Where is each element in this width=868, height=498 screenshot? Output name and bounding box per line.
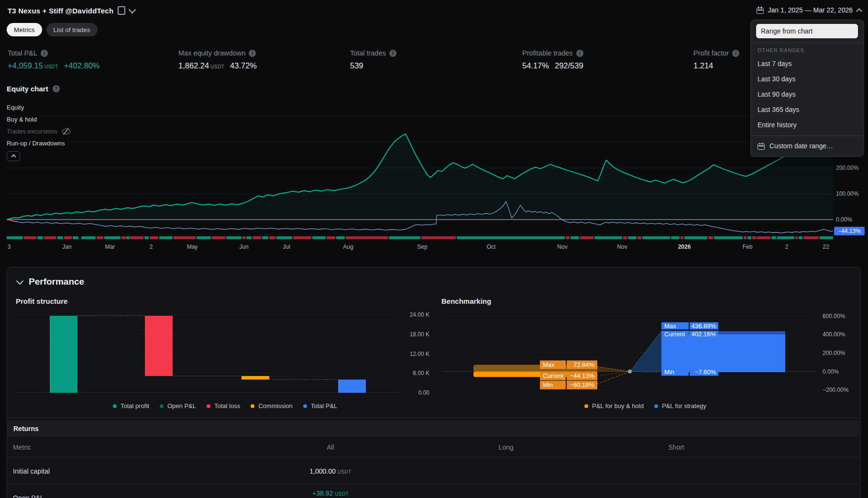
- equity-x-tick: Nov: [557, 243, 567, 250]
- trade-strip-segment: [777, 236, 794, 239]
- trade-strip-segment: [73, 236, 78, 239]
- column-header-long: Long: [498, 443, 513, 451]
- dropdown-item-last-7-days[interactable]: Last 7 days: [751, 56, 864, 71]
- metric-unit: USDT: [44, 64, 58, 69]
- equity-area: [7, 115, 833, 220]
- trade-strip-segment: [803, 236, 819, 239]
- trade-strip-segment: [327, 236, 335, 239]
- trade-strip-segment: [628, 236, 637, 239]
- equity-x-tick: May: [187, 243, 198, 250]
- profit-structure-legend: Total profit Open P&L Total loss Commiss…: [113, 402, 337, 409]
- legend-item-buy-and-hold[interactable]: Buy & hold: [7, 113, 41, 125]
- trade-strip-segment: [121, 236, 126, 239]
- legend-item-commission[interactable]: Commission: [251, 402, 293, 409]
- trade-strip-segment: [212, 236, 225, 239]
- trade-strip-segment: [44, 236, 56, 239]
- info-icon[interactable]: i: [249, 50, 256, 57]
- trade-strip-segment: [671, 236, 680, 239]
- trade-strip-segment: [7, 236, 23, 239]
- trade-strip-segment: [293, 236, 311, 239]
- metric-total-pnl: Total P&L i +4,059.15 USDT +402.80%: [8, 49, 99, 70]
- equity-chart-legend: Equity Buy & hold Trades excursions Run-…: [7, 101, 74, 149]
- equity-y-tick: 100.00%: [836, 190, 859, 197]
- info-icon[interactable]: i: [732, 50, 739, 57]
- divider: [7, 457, 859, 457]
- equity-line: [7, 115, 833, 220]
- dropdown-section-label: OTHER RANGES: [758, 47, 804, 53]
- dropdown-item-range-from-chart[interactable]: Range from chart: [756, 24, 858, 38]
- legend-item-trades-excursions[interactable]: Trades excursions: [7, 125, 74, 137]
- trade-strip-segment: [566, 236, 570, 239]
- performance-header[interactable]: Performance: [17, 277, 84, 287]
- trade-strip-segment: [312, 236, 326, 239]
- dropdown-item-last-90-days[interactable]: Last 90 days: [751, 87, 864, 102]
- trade-strip-segment: [253, 236, 261, 239]
- metric-profitable-trades: Profitable trades i 54.17% 292/539: [522, 49, 583, 70]
- trade-strip-segment: [159, 236, 173, 239]
- trade-strip-segment: [795, 236, 798, 239]
- column-header-all: All: [327, 443, 334, 451]
- legend-item-total-pnl[interactable]: Total P&L: [303, 402, 338, 409]
- info-icon[interactable]: i: [576, 50, 583, 57]
- legend-item-equity[interactable]: Equity: [7, 101, 28, 113]
- dropdown-item-last-365-days[interactable]: Last 365 days: [751, 102, 864, 117]
- divider: [7, 484, 859, 485]
- row-value-initial-capital: 1,000.00USDT: [309, 467, 351, 475]
- strategy-title[interactable]: T3 Nexus + Stiff @DaviddTech: [8, 7, 113, 15]
- tab-list-of-trades[interactable]: List of trades: [46, 23, 98, 36]
- trade-strip-segment: [64, 236, 72, 239]
- legend-item-open-pnl[interactable]: Open P&L: [160, 402, 196, 409]
- chevron-down-icon: [16, 277, 24, 285]
- dropdown-item-entire-history[interactable]: Entire history: [751, 117, 864, 133]
- legend-item-pnl-buy-hold[interactable]: P&L for buy & hold: [584, 402, 644, 409]
- chevron-down-icon[interactable]: [129, 6, 136, 13]
- help-icon[interactable]: ?: [53, 85, 60, 92]
- trade-strip-segment: [714, 236, 743, 239]
- trade-strip-segment: [24, 236, 36, 239]
- info-icon[interactable]: i: [41, 50, 48, 57]
- buy-hold-line: [7, 201, 833, 233]
- legend-item-pnl-strategy[interactable]: P&L for strategy: [654, 402, 706, 409]
- row-metric-initial-capital: Initial capital: [13, 467, 50, 475]
- trade-strip-segment: [246, 236, 252, 239]
- trade-strip-segment: [681, 236, 683, 239]
- trade-strip-segment: [81, 236, 96, 239]
- metric-extra: 292/539: [555, 61, 583, 70]
- date-range-control[interactable]: Jan 1, 2025 — Mar 22, 2026: [757, 6, 861, 14]
- returns-section-header[interactable]: Returns: [7, 421, 859, 437]
- metric-label: Profit factor: [693, 49, 729, 57]
- metric-total-trades: Total trades i 539: [350, 49, 396, 70]
- equity-x-tick: 2: [150, 243, 153, 250]
- trade-strip-segment: [684, 236, 707, 239]
- dropdown-item-custom-date-range[interactable]: Custom date range…: [751, 138, 864, 154]
- trade-strip-segment: [389, 236, 420, 239]
- equity-x-tick: Mar: [105, 243, 115, 250]
- trade-strip-segment: [771, 236, 776, 239]
- dropdown-item-last-30-days[interactable]: Last 30 days: [751, 71, 864, 87]
- metric-label: Profitable trades: [522, 49, 573, 57]
- performance-card: [7, 267, 861, 498]
- legend-item-total-loss[interactable]: Total loss: [207, 402, 240, 409]
- equity-x-tick: Feb: [743, 243, 753, 250]
- trade-strip-segment: [594, 236, 622, 239]
- tab-metrics[interactable]: Metrics: [7, 23, 42, 36]
- equity-x-tick: Aug: [343, 243, 353, 250]
- buy-hold-value-badge-label: −44.13%: [838, 228, 861, 234]
- collapse-pane-button[interactable]: [7, 151, 20, 161]
- trade-strip-segment: [57, 236, 63, 239]
- trade-strip-segment: [708, 236, 713, 239]
- equity-chart-title: Equity chart: [7, 85, 48, 93]
- legend-item-runup-drawdowns[interactable]: Run-up / Drawdowns: [7, 137, 68, 149]
- metric-max-drawdown: Max equity drawdown i 1,862.24 USDT 43.7…: [178, 49, 257, 70]
- legend-item-total-profit[interactable]: Total profit: [113, 402, 149, 409]
- equity-x-tick: 3: [8, 243, 11, 250]
- equity-y-tick: 0.00%: [836, 216, 852, 223]
- strategy-title-row: T3 Nexus + Stiff @DaviddTech: [8, 6, 135, 15]
- eye-off-icon[interactable]: [62, 129, 70, 134]
- trade-strip-segment: [144, 236, 149, 239]
- trade-strip-segment: [262, 236, 268, 239]
- equity-x-tick: Jun: [239, 243, 248, 250]
- trade-strip-segment: [336, 236, 345, 239]
- date-range-dropdown: Range from chart OTHER RANGES Last 7 day…: [750, 20, 864, 157]
- info-icon[interactable]: i: [389, 50, 396, 57]
